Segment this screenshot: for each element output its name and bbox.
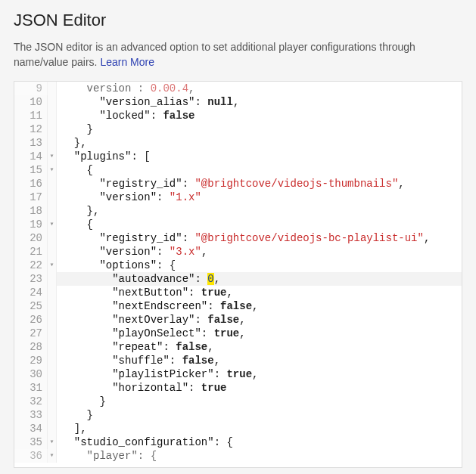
line-number: 16 bbox=[14, 177, 48, 191]
code-line[interactable]: 17 "version": "1.x" bbox=[14, 191, 462, 204]
code-line[interactable]: 29 "shuffle": false, bbox=[14, 354, 462, 367]
line-number: 35 bbox=[14, 435, 48, 449]
code-line[interactable]: 21 "version": "3.x", bbox=[14, 245, 462, 259]
code-content[interactable]: "playlistPicker": true, bbox=[57, 367, 258, 381]
code-content[interactable]: } bbox=[57, 122, 93, 136]
code-line[interactable]: 32 } bbox=[14, 395, 462, 408]
code-line[interactable]: 18 }, bbox=[14, 204, 462, 218]
code-line[interactable]: 25 "nextEndscreen": false, bbox=[14, 299, 462, 313]
code-line[interactable]: 28 "repeat": false, bbox=[14, 340, 462, 354]
code-line[interactable]: 24 "nextButton": true, bbox=[14, 286, 462, 299]
page-description: The JSON editor is an advanced option to… bbox=[14, 39, 462, 70]
code-line[interactable]: 20 "registry_id": "@brightcove/videojs-b… bbox=[14, 231, 462, 245]
code-line[interactable]: 34 ], bbox=[14, 422, 462, 435]
fold-toggle-icon[interactable]: ▾ bbox=[48, 150, 57, 163]
code-line[interactable]: 12 } bbox=[14, 122, 462, 136]
fold-toggle-icon[interactable]: ▾ bbox=[48, 218, 57, 231]
fold-spacer bbox=[48, 408, 57, 422]
line-number: 9 bbox=[14, 82, 48, 95]
code-content[interactable]: "options": { bbox=[57, 259, 176, 272]
code-content[interactable]: "nextOverlay": false, bbox=[57, 313, 246, 327]
line-number: 11 bbox=[14, 109, 48, 122]
description-text: The JSON editor is an advanced option to… bbox=[14, 41, 415, 68]
code-content[interactable]: { bbox=[57, 163, 93, 177]
code-content[interactable]: "nextEndscreen": false, bbox=[57, 299, 258, 313]
code-line[interactable]: 31 "horizontal": true bbox=[14, 381, 462, 395]
fold-spacer bbox=[48, 286, 57, 299]
code-content[interactable]: "horizontal": true bbox=[57, 381, 226, 395]
learn-more-link[interactable]: Learn More bbox=[100, 56, 154, 68]
code-content[interactable]: "shuffle": false, bbox=[57, 354, 220, 367]
fold-spacer bbox=[48, 367, 57, 381]
code-line[interactable]: 13 }, bbox=[14, 136, 462, 150]
code-content[interactable]: version : 0.00.4, bbox=[57, 82, 194, 95]
code-content[interactable]: "repeat": false, bbox=[57, 340, 214, 354]
fold-spacer bbox=[48, 122, 57, 136]
line-number: 10 bbox=[14, 95, 48, 109]
code-content[interactable]: }, bbox=[57, 136, 87, 150]
line-number: 34 bbox=[14, 422, 48, 435]
line-number: 12 bbox=[14, 122, 48, 136]
line-number: 32 bbox=[14, 395, 48, 408]
code-content[interactable]: "playOnSelect": true, bbox=[57, 327, 246, 340]
code-content[interactable]: "plugins": [ bbox=[57, 150, 151, 163]
line-number: 13 bbox=[14, 136, 48, 150]
fold-spacer bbox=[48, 422, 57, 435]
code-content[interactable]: "player": { bbox=[57, 449, 157, 463]
code-content[interactable]: { bbox=[57, 218, 93, 231]
fold-spacer bbox=[48, 313, 57, 327]
code-content[interactable]: "locked": false bbox=[57, 109, 194, 122]
fold-toggle-icon[interactable]: ▾ bbox=[48, 259, 57, 272]
fold-spacer bbox=[48, 245, 57, 259]
code-line[interactable]: 30 "playlistPicker": true, bbox=[14, 367, 462, 381]
line-number: 30 bbox=[14, 367, 48, 381]
code-content[interactable]: "nextButton": true, bbox=[57, 286, 233, 299]
code-line[interactable]: 26 "nextOverlay": false, bbox=[14, 313, 462, 327]
code-content[interactable]: "studio_configuration": { bbox=[57, 435, 233, 449]
code-content[interactable]: }, bbox=[57, 204, 99, 218]
fold-toggle-icon[interactable]: ▾ bbox=[48, 435, 57, 449]
fold-spacer bbox=[48, 340, 57, 354]
fold-spacer bbox=[48, 191, 57, 204]
code-content[interactable]: } bbox=[57, 395, 106, 408]
code-line[interactable]: 15▾ { bbox=[14, 163, 462, 177]
code-line[interactable]: 16 "registry_id": "@brightcove/videojs-t… bbox=[14, 177, 462, 191]
code-content[interactable]: "autoadvance": 0, bbox=[57, 272, 220, 286]
code-line[interactable]: 23 "autoadvance": 0, bbox=[14, 272, 462, 286]
fold-toggle-icon[interactable]: ▾ bbox=[48, 449, 57, 463]
line-number: 19 bbox=[14, 218, 48, 231]
code-line[interactable]: 35▾ "studio_configuration": { bbox=[14, 435, 462, 449]
fold-spacer bbox=[48, 109, 57, 122]
code-content[interactable]: ], bbox=[57, 422, 87, 435]
code-content[interactable]: "version_alias": null, bbox=[57, 95, 239, 109]
code-content[interactable]: } bbox=[57, 408, 93, 422]
line-number: 20 bbox=[14, 231, 48, 245]
code-line[interactable]: 22▾ "options": { bbox=[14, 259, 462, 272]
fold-spacer bbox=[48, 82, 57, 95]
code-line[interactable]: 33 } bbox=[14, 408, 462, 422]
code-line[interactable]: 10 "version_alias": null, bbox=[14, 95, 462, 109]
code-content[interactable]: "version": "1.x" bbox=[57, 191, 201, 204]
code-content[interactable]: "version": "3.x", bbox=[57, 245, 207, 259]
code-line[interactable]: 9 version : 0.00.4, bbox=[14, 82, 462, 95]
line-number: 15 bbox=[14, 163, 48, 177]
code-line[interactable]: 19▾ { bbox=[14, 218, 462, 231]
fold-spacer bbox=[48, 272, 57, 286]
line-number: 29 bbox=[14, 354, 48, 367]
line-number: 23 bbox=[14, 272, 48, 286]
fold-spacer bbox=[48, 95, 57, 109]
fold-spacer bbox=[48, 177, 57, 191]
code-line[interactable]: 27 "playOnSelect": true, bbox=[14, 327, 462, 340]
line-number: 28 bbox=[14, 340, 48, 354]
fold-toggle-icon[interactable]: ▾ bbox=[48, 163, 57, 177]
code-content[interactable]: "registry_id": "@brightcove/videojs-bc-p… bbox=[57, 231, 430, 245]
line-number: 17 bbox=[14, 191, 48, 204]
code-content[interactable]: "registry_id": "@brightcove/videojs-thum… bbox=[57, 177, 405, 191]
fold-spacer bbox=[48, 327, 57, 340]
code-line[interactable]: 14▾ "plugins": [ bbox=[14, 150, 462, 163]
json-editor[interactable]: 9 version : 0.00.4,10 "version_alias": n… bbox=[14, 81, 462, 468]
fold-spacer bbox=[48, 231, 57, 245]
code-line[interactable]: 11 "locked": false bbox=[14, 109, 462, 122]
code-line[interactable]: 36▾ "player": { bbox=[14, 449, 462, 463]
page-title: JSON Editor bbox=[14, 11, 462, 30]
